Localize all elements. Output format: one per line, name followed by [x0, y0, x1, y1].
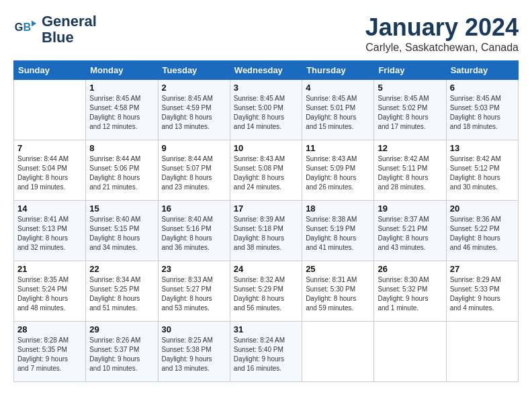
calendar-cell: 22Sunrise: 8:34 AM Sunset: 5:25 PM Dayli…: [86, 261, 158, 322]
calendar-cell: 25Sunrise: 8:31 AM Sunset: 5:30 PM Dayli…: [302, 261, 374, 322]
calendar-cell: 6Sunrise: 8:45 AM Sunset: 5:03 PM Daylig…: [446, 80, 518, 140]
calendar-week-row: 1Sunrise: 8:45 AM Sunset: 4:58 PM Daylig…: [14, 80, 519, 140]
day-info: Sunrise: 8:37 AM Sunset: 5:21 PM Dayligh…: [378, 215, 442, 253]
day-info: Sunrise: 8:39 AM Sunset: 5:18 PM Dayligh…: [234, 215, 298, 253]
day-info: Sunrise: 8:45 AM Sunset: 5:01 PM Dayligh…: [306, 94, 370, 132]
calendar-cell: 15Sunrise: 8:40 AM Sunset: 5:15 PM Dayli…: [86, 201, 158, 261]
day-info: Sunrise: 8:42 AM Sunset: 5:12 PM Dayligh…: [450, 154, 515, 192]
calendar-cell: [374, 322, 446, 382]
day-number: 20: [450, 203, 515, 214]
calendar-cell: 31Sunrise: 8:24 AM Sunset: 5:40 PM Dayli…: [230, 322, 302, 382]
calendar-cell: 30Sunrise: 8:25 AM Sunset: 5:38 PM Dayli…: [158, 322, 230, 382]
calendar-cell: 29Sunrise: 8:26 AM Sunset: 5:37 PM Dayli…: [86, 322, 158, 382]
day-info: Sunrise: 8:25 AM Sunset: 5:38 PM Dayligh…: [162, 336, 226, 373]
calendar-cell: 12Sunrise: 8:42 AM Sunset: 5:11 PM Dayli…: [374, 140, 446, 201]
calendar-cell: 1Sunrise: 8:45 AM Sunset: 4:58 PM Daylig…: [86, 80, 158, 140]
day-number: 15: [89, 203, 154, 214]
day-info: Sunrise: 8:24 AM Sunset: 5:40 PM Dayligh…: [234, 336, 298, 373]
calendar-table: SundayMondayTuesdayWednesdayThursdayFrid…: [13, 60, 519, 382]
weekday-header-row: SundayMondayTuesdayWednesdayThursdayFrid…: [14, 61, 519, 80]
calendar-cell: 20Sunrise: 8:36 AM Sunset: 5:22 PM Dayli…: [446, 201, 518, 261]
day-number: 4: [306, 83, 370, 93]
calendar-cell: 23Sunrise: 8:33 AM Sunset: 5:27 PM Dayli…: [158, 261, 230, 322]
day-info: Sunrise: 8:28 AM Sunset: 5:35 PM Dayligh…: [17, 336, 82, 373]
day-info: Sunrise: 8:40 AM Sunset: 5:16 PM Dayligh…: [162, 215, 226, 253]
day-number: 26: [378, 264, 442, 274]
day-number: 27: [450, 264, 515, 274]
calendar-cell: 11Sunrise: 8:43 AM Sunset: 5:09 PM Dayli…: [302, 140, 374, 201]
day-number: 18: [306, 203, 370, 214]
day-info: Sunrise: 8:45 AM Sunset: 5:02 PM Dayligh…: [378, 94, 442, 132]
day-info: Sunrise: 8:30 AM Sunset: 5:32 PM Dayligh…: [378, 275, 442, 313]
day-info: Sunrise: 8:34 AM Sunset: 5:25 PM Dayligh…: [89, 275, 154, 313]
day-info: Sunrise: 8:44 AM Sunset: 5:06 PM Dayligh…: [89, 154, 154, 192]
day-info: Sunrise: 8:43 AM Sunset: 5:08 PM Dayligh…: [234, 154, 298, 192]
day-info: Sunrise: 8:44 AM Sunset: 5:04 PM Dayligh…: [17, 154, 82, 192]
day-number: 10: [234, 143, 298, 153]
day-number: 8: [89, 143, 154, 153]
calendar-cell: 17Sunrise: 8:39 AM Sunset: 5:18 PM Dayli…: [230, 201, 302, 261]
day-info: Sunrise: 8:26 AM Sunset: 5:37 PM Dayligh…: [89, 336, 154, 373]
calendar-title: January 2024: [365, 13, 519, 42]
day-number: 7: [17, 143, 82, 153]
calendar-cell: [14, 80, 86, 140]
weekday-header: Tuesday: [158, 61, 230, 80]
day-info: Sunrise: 8:31 AM Sunset: 5:30 PM Dayligh…: [306, 275, 370, 313]
calendar-week-row: 14Sunrise: 8:41 AM Sunset: 5:13 PM Dayli…: [14, 201, 519, 261]
calendar-subtitle: Carlyle, Saskatchewan, Canada: [365, 42, 519, 54]
weekday-header: Sunday: [14, 61, 86, 80]
day-number: 1: [89, 83, 154, 93]
svg-text:G: G: [15, 21, 24, 33]
day-number: 6: [450, 83, 515, 93]
calendar-week-row: 28Sunrise: 8:28 AM Sunset: 5:35 PM Dayli…: [14, 322, 519, 382]
calendar-cell: 28Sunrise: 8:28 AM Sunset: 5:35 PM Dayli…: [14, 322, 86, 382]
calendar-cell: 26Sunrise: 8:30 AM Sunset: 5:32 PM Dayli…: [374, 261, 446, 322]
weekday-header: Wednesday: [230, 61, 302, 80]
logo-text: General Blue: [42, 13, 97, 46]
weekday-header: Thursday: [302, 61, 374, 80]
weekday-header: Friday: [374, 61, 446, 80]
day-info: Sunrise: 8:41 AM Sunset: 5:13 PM Dayligh…: [17, 215, 82, 253]
day-info: Sunrise: 8:45 AM Sunset: 5:00 PM Dayligh…: [234, 94, 298, 132]
title-area: January 2024 Carlyle, Saskatchewan, Cana…: [365, 13, 519, 54]
day-number: 28: [17, 324, 82, 334]
day-number: 25: [306, 264, 370, 274]
day-number: 29: [89, 324, 154, 334]
day-info: Sunrise: 8:43 AM Sunset: 5:09 PM Dayligh…: [306, 154, 370, 192]
day-number: 9: [162, 143, 226, 153]
day-number: 13: [450, 143, 515, 153]
calendar-cell: 2Sunrise: 8:45 AM Sunset: 4:59 PM Daylig…: [158, 80, 230, 140]
calendar-cell: [446, 322, 518, 382]
page-header: G B General Blue January 2024 Carlyle, S…: [13, 13, 519, 54]
day-number: 24: [234, 264, 298, 274]
day-number: 11: [306, 143, 370, 153]
calendar-cell: 24Sunrise: 8:32 AM Sunset: 5:29 PM Dayli…: [230, 261, 302, 322]
day-number: 21: [17, 264, 82, 274]
calendar-cell: 4Sunrise: 8:45 AM Sunset: 5:01 PM Daylig…: [302, 80, 374, 140]
day-number: 19: [378, 203, 442, 214]
calendar-week-row: 7Sunrise: 8:44 AM Sunset: 5:04 PM Daylig…: [14, 140, 519, 201]
day-info: Sunrise: 8:29 AM Sunset: 5:33 PM Dayligh…: [450, 275, 515, 313]
day-info: Sunrise: 8:36 AM Sunset: 5:22 PM Dayligh…: [450, 215, 515, 253]
calendar-cell: 5Sunrise: 8:45 AM Sunset: 5:02 PM Daylig…: [374, 80, 446, 140]
day-number: 2: [162, 83, 226, 93]
calendar-cell: 21Sunrise: 8:35 AM Sunset: 5:24 PM Dayli…: [14, 261, 86, 322]
svg-text:B: B: [23, 21, 31, 33]
calendar-cell: 7Sunrise: 8:44 AM Sunset: 5:04 PM Daylig…: [14, 140, 86, 201]
calendar-cell: 19Sunrise: 8:37 AM Sunset: 5:21 PM Dayli…: [374, 201, 446, 261]
logo-icon: G B: [13, 17, 38, 42]
day-number: 3: [234, 83, 298, 93]
weekday-header: Monday: [86, 61, 158, 80]
day-number: 23: [162, 264, 226, 274]
day-number: 17: [234, 203, 298, 214]
calendar-cell: 9Sunrise: 8:44 AM Sunset: 5:07 PM Daylig…: [158, 140, 230, 201]
day-number: 5: [378, 83, 442, 93]
calendar-cell: 18Sunrise: 8:38 AM Sunset: 5:19 PM Dayli…: [302, 201, 374, 261]
day-info: Sunrise: 8:35 AM Sunset: 5:24 PM Dayligh…: [17, 275, 82, 313]
day-info: Sunrise: 8:33 AM Sunset: 5:27 PM Dayligh…: [162, 275, 226, 313]
day-number: 30: [162, 324, 226, 334]
calendar-cell: 16Sunrise: 8:40 AM Sunset: 5:16 PM Dayli…: [158, 201, 230, 261]
calendar-cell: 3Sunrise: 8:45 AM Sunset: 5:00 PM Daylig…: [230, 80, 302, 140]
calendar-cell: 13Sunrise: 8:42 AM Sunset: 5:12 PM Dayli…: [446, 140, 518, 201]
day-number: 12: [378, 143, 442, 153]
